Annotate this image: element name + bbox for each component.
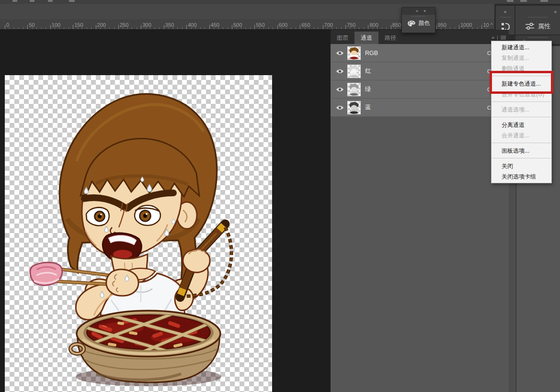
ruler-tick (73, 25, 73, 29)
tab-layers[interactable]: 图层 (331, 32, 354, 44)
collapse-left-button[interactable]: « (496, 7, 514, 15)
ruler-tick (323, 25, 323, 29)
ruler-tick (50, 25, 51, 29)
ruler-tick-label: 100 (52, 22, 60, 28)
visibility-toggle[interactable] (333, 68, 346, 74)
menu-item-close-tab-group[interactable]: 关闭选项卡组 (491, 171, 551, 182)
ruler-tick-label: 250 (120, 22, 128, 28)
panel-menu-button[interactable] (501, 36, 506, 39)
transparent-canvas (5, 75, 272, 392)
ruler-tick-label: 0 (6, 22, 9, 28)
visibility-toggle[interactable] (333, 105, 346, 111)
properties-panel-label: 属性 (538, 22, 550, 31)
ruler-tick (209, 25, 210, 29)
ruler-tick-label: 200 (97, 22, 106, 28)
ruler-tick (5, 25, 5, 29)
color-panel-floating: » × 颜色 (401, 7, 435, 33)
channel-list: RGB Ct (331, 44, 509, 117)
collapse-panel-button[interactable]: » (491, 35, 494, 40)
menu-separator (492, 101, 551, 102)
ruler-tick (254, 25, 255, 29)
eye-icon (336, 50, 344, 56)
visibility-toggle[interactable] (333, 87, 346, 92)
panel-gripper[interactable] (528, 37, 548, 38)
ruler-tick (96, 25, 96, 29)
ruler-tick-label: 950 (438, 22, 446, 28)
menu-item-merge-channels: 合并通道... (491, 130, 551, 141)
channel-thumbnail (348, 101, 360, 114)
toolbar-icon-sliver (520, 0, 527, 2)
canvas-artwork (5, 75, 272, 392)
ruler-tick (391, 25, 391, 29)
toolbar-icon-sliver (30, 0, 34, 2)
ruler-tick-label: 700 (324, 22, 333, 28)
eye-icon (336, 105, 344, 111)
ruler-tick (481, 25, 482, 29)
channel-thumbnail (348, 47, 360, 59)
ruler-tick (164, 25, 164, 29)
properties-panel-button[interactable]: 属性 (515, 22, 560, 31)
photoshop-window: 0501001502002503003504004505005506006507… (0, 0, 560, 392)
menu-item-panel-options[interactable]: 面板选项... (491, 146, 551, 156)
ruler-tick (232, 25, 232, 29)
sliders-icon (525, 22, 535, 30)
toolbar-icon-sliver (69, 0, 75, 2)
ruler-tick-label: 350 (165, 22, 174, 28)
ruler-tick (368, 25, 368, 29)
menu-separator (492, 143, 551, 143)
ruler-tick-label: 400 (188, 22, 196, 28)
eye-icon (336, 68, 344, 74)
toolbar-icon-sliver (48, 0, 53, 2)
menu-separator (492, 117, 551, 117)
ruler-tick-label: 550 (256, 22, 264, 28)
ruler-tick-label: 50 (29, 22, 34, 28)
tab-channels[interactable]: 通道 (354, 32, 378, 44)
ruler-tick-label: 10 (483, 22, 489, 28)
channel-name: RGB (365, 50, 487, 56)
channel-thumbnail (348, 65, 360, 78)
channel-row-green[interactable]: 绿 Ct (331, 80, 509, 99)
ruler-tick (277, 25, 278, 29)
menu-item-new-channel[interactable]: 新建通道... (491, 42, 551, 53)
toolbar-icon-sliver (540, 0, 548, 2)
ruler-tick-label: 150 (74, 22, 83, 28)
eye-icon (336, 87, 344, 92)
channels-panel-group: 图层 通道 路径 » (331, 30, 509, 392)
double-left-chevron-icon: « (554, 9, 557, 14)
annotation-highlight-box (490, 71, 553, 94)
panel-gripper[interactable] (500, 17, 511, 18)
ruler-tick-label: 850 (392, 22, 401, 28)
menu-item-split-channels[interactable]: 分离通道 (491, 120, 551, 130)
ruler-tick (345, 25, 346, 29)
color-panel-label: 颜色 (419, 19, 430, 27)
channel-name: 红 (365, 67, 487, 75)
ruler-tick (186, 25, 187, 29)
ruler-tick-label: 600 (279, 22, 287, 28)
channels-context-menu: 新建通道... 复制通道... 删除通道 新建专色通道... 合并专色通道(G)… (491, 41, 552, 183)
ruler-tick-label: 450 (211, 22, 219, 28)
ruler-tick (27, 25, 28, 29)
ruler-tick-label: 300 (142, 22, 151, 28)
color-panel-tab[interactable]: 颜色 (402, 19, 435, 27)
visibility-toggle[interactable] (333, 50, 346, 56)
collapse-right-button[interactable]: « (515, 7, 560, 15)
channel-row-rgb[interactable]: RGB Ct (331, 44, 509, 62)
divider (497, 35, 498, 40)
ruler-tick (459, 25, 459, 29)
panel-gripper[interactable] (528, 17, 548, 18)
ruler-tick-label: 500 (233, 22, 242, 28)
channel-name: 蓝 (365, 103, 487, 112)
panel-gripper[interactable] (411, 16, 426, 17)
tab-paths[interactable]: 路径 (378, 32, 402, 44)
channel-row-blue[interactable]: 蓝 Ct (331, 99, 509, 117)
menu-item-close[interactable]: 关闭 (491, 161, 551, 171)
color-panel-header[interactable]: » × (402, 8, 435, 15)
double-right-chevron-icon[interactable]: » (416, 9, 418, 13)
channel-row-red[interactable]: 红 Ct (331, 62, 509, 80)
ruler-tick (300, 25, 300, 29)
ruler-tick (118, 25, 119, 29)
toolbar-icon-sliver (12, 0, 17, 2)
top-toolbar-sliver (0, 0, 560, 4)
properties-panel-collapsed[interactable]: « 属性 (515, 6, 560, 34)
close-icon[interactable]: × (423, 9, 426, 13)
